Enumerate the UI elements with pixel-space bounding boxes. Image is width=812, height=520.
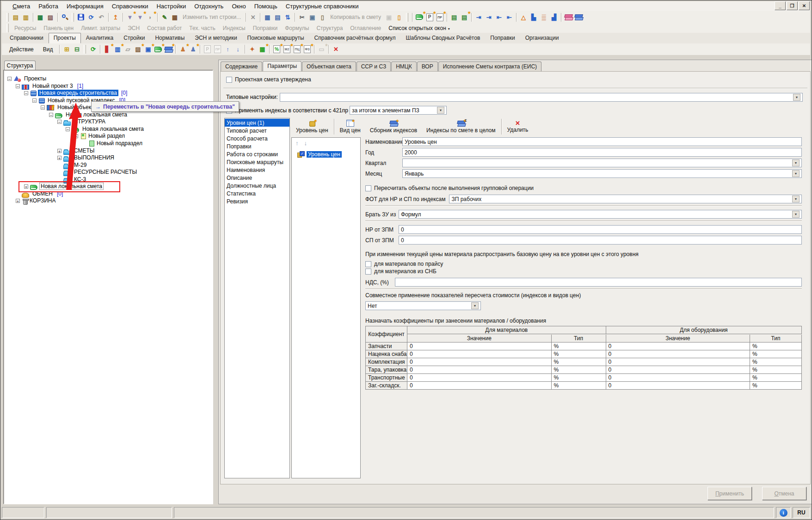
tree-expander[interactable]: + <box>57 156 62 160</box>
paste-icon[interactable]: ▯ <box>317 12 327 22</box>
param-tab-0[interactable]: Содержание <box>221 61 262 71</box>
add-estimate-blue-icon[interactable]: ★ <box>163 44 173 55</box>
tree-row[interactable]: +ВЫПОЛНЕНИЯ <box>57 154 116 161</box>
tree-row[interactable]: −СТРУКТУРА <box>57 118 107 125</box>
machines-icon[interactable]: ▟ <box>549 12 559 22</box>
tree-row[interactable]: М-29 <box>57 161 88 169</box>
name-input[interactable]: Уровень цен <box>402 137 802 146</box>
refresh-icon[interactable]: ⟳ <box>86 12 96 22</box>
category-item[interactable]: Статистика <box>225 190 289 197</box>
tree-row[interactable]: ОБМЕН[0] <box>16 190 63 197</box>
coeff-value-cell[interactable]: 0 <box>407 350 552 358</box>
menu-item-0[interactable]: Смета <box>8 2 34 11</box>
chevron-down-icon[interactable]: ▼ <box>792 196 800 202</box>
copy-icon[interactable]: ▣ <box>307 12 317 22</box>
estimate-book-icon[interactable]: ★ <box>414 12 424 22</box>
coeff-value-cell[interactable]: % <box>750 358 802 366</box>
coeff-value-cell[interactable]: % <box>552 350 606 358</box>
tree-row[interactable]: +КОРЗИНА <box>16 197 57 204</box>
chevron-down-icon[interactable]: ▼ <box>792 170 800 177</box>
price-level-item[interactable]: Уровень цен <box>297 151 360 158</box>
add-window-icon[interactable]: ▣★ <box>143 44 153 55</box>
menu-item-6[interactable]: Окно <box>228 2 250 11</box>
param-tab-6[interactable]: Исполнение Сметы контракта (ЕИС) <box>438 61 541 71</box>
chevron-down-icon[interactable]: ▼ <box>437 107 444 114</box>
sort-updown-icon[interactable]: ⇅ <box>283 12 293 22</box>
sp-input[interactable]: 0 <box>399 236 802 245</box>
move-down-icon[interactable]: ↓ <box>233 44 243 55</box>
coeff-value-cell[interactable]: 0 <box>606 374 750 382</box>
move-level-down-icon[interactable]: ↓ <box>304 140 308 147</box>
delete-node-icon[interactable]: ✕ <box>331 44 341 55</box>
minimize-button[interactable]: _ <box>775 1 786 10</box>
globe-edit-icon[interactable]: ✎ <box>160 12 170 22</box>
menu-item-8[interactable]: Структурные справочники <box>282 2 363 11</box>
indent-out-icon[interactable]: ⇤ <box>494 12 504 22</box>
tree-edit-icon[interactable]: ▤ <box>449 12 459 22</box>
coeff-value-cell[interactable]: 0 <box>606 343 750 350</box>
param-tab-4[interactable]: НМЦК <box>391 61 417 71</box>
tree-row[interactable]: −Новый проект 3[1] <box>16 82 83 90</box>
recalc-checkbox[interactable] <box>365 185 371 191</box>
category-item[interactable]: Работа со строками <box>225 150 289 158</box>
tree-add-icon[interactable]: ▥ <box>21 12 31 22</box>
coeff-value-cell[interactable]: 0 <box>407 343 552 350</box>
tab-4[interactable]: Нормативы <box>150 33 190 43</box>
approved-checkbox[interactable] <box>226 77 232 83</box>
tree-expander[interactable]: + <box>16 199 20 203</box>
move-up-icon[interactable]: ↑ <box>222 44 233 55</box>
tab-1[interactable]: Проекты <box>49 33 81 43</box>
add-contractor-alt-icon[interactable]: ♟★ <box>188 44 198 55</box>
tree-expander[interactable]: − <box>66 127 70 131</box>
tree-row[interactable]: −Новая локальная смета <box>49 111 129 118</box>
save-icon[interactable] <box>76 12 86 22</box>
typical-settings-select[interactable]: ▼ <box>280 93 803 102</box>
coeff-value-cell[interactable]: 0 <box>407 358 552 366</box>
add-complex-icon[interactable]: ▱ <box>123 44 133 55</box>
menu-item-7[interactable]: Помощь <box>250 2 282 11</box>
row-type-up-icon[interactable]: ▼★ <box>125 12 135 22</box>
tree-expander[interactable]: − <box>7 77 12 81</box>
menu-item-4[interactable]: Настройки <box>152 2 190 11</box>
price-book-pink-icon[interactable] <box>563 12 573 22</box>
menu-item-5[interactable]: Отдохнуть <box>190 2 228 11</box>
materials-price-checkbox[interactable] <box>365 261 371 267</box>
levels-toolbar-button-2[interactable]: ★Сборник индексов <box>365 116 422 137</box>
collapse-all-icon[interactable]: ⊟ <box>72 44 82 55</box>
indent-out-alt-icon[interactable]: ⇤ <box>504 12 514 22</box>
panel-splitter[interactable] <box>215 61 218 503</box>
language-indicator[interactable]: RU <box>793 507 810 518</box>
levels-toolbar-button-1[interactable]: ★Вид цен <box>335 116 365 137</box>
coeff-value-cell[interactable]: % <box>552 366 606 374</box>
resources-icon[interactable]: △ <box>518 12 529 22</box>
coeff-value-cell[interactable]: % <box>750 350 802 358</box>
category-item[interactable]: Поисковые маршруты <box>225 158 289 166</box>
category-item[interactable]: Поправки <box>225 142 289 150</box>
toolbar-grip[interactable] <box>72 13 74 22</box>
coeff-value-cell[interactable]: 0 <box>407 366 552 374</box>
m29-icon[interactable]: М2★ <box>282 44 292 55</box>
expand-all-icon[interactable]: ⊞ <box>62 44 72 55</box>
param-tab-5[interactable]: ВОР <box>417 61 438 71</box>
search-icon[interactable] <box>60 12 70 22</box>
tree-expander[interactable]: − <box>74 134 78 138</box>
coeff-value-cell[interactable]: % <box>750 374 802 382</box>
hotkeys-icon[interactable]: ✦ <box>247 44 257 55</box>
row-type-down-icon[interactable]: ▼★ <box>135 12 145 22</box>
chevron-down-icon[interactable]: ▼ <box>792 211 800 218</box>
quarter-select[interactable]: ▼ <box>402 159 802 167</box>
cut-icon[interactable]: ✂ <box>297 12 307 22</box>
indent-in-alt-icon[interactable]: ⇥ <box>484 12 494 22</box>
coeff-value-cell[interactable]: 0 <box>407 374 552 382</box>
chevron-down-icon[interactable]: ▼ <box>793 94 800 101</box>
tree-row[interactable]: РЕСУРСНЫЕ РАСЧЕТЫ <box>57 168 138 176</box>
tab-5[interactable]: ЭСН и методики <box>190 33 242 43</box>
category-item[interactable]: Описание <box>225 174 289 182</box>
add-object-icon[interactable]: ▨★ <box>133 44 143 55</box>
levels-toolbar-button-3[interactable]: ★ΣИндексы по смете в целом <box>422 116 500 137</box>
tree-expander[interactable]: − <box>41 105 45 110</box>
calc-percent-icon[interactable]: ▦★ <box>257 44 267 55</box>
tab-9[interactable]: Поправки <box>485 33 520 43</box>
tree-row[interactable]: −Новая локальная смета <box>66 125 145 133</box>
coeff-value-cell[interactable]: % <box>750 343 802 350</box>
